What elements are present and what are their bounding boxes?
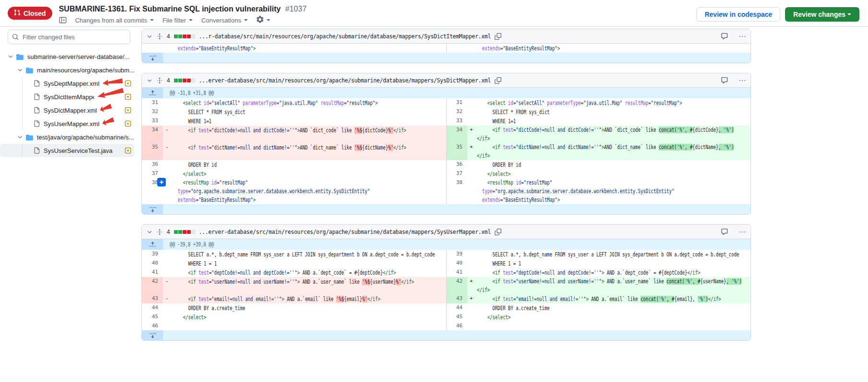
kebab-menu-icon[interactable]: ⋯: [739, 228, 746, 235]
changes-from-dropdown[interactable]: Changes from all commits: [75, 17, 154, 24]
code-line: extends="BaseEntityResultMap">: [477, 44, 560, 53]
chevron-down-icon[interactable]: [17, 67, 23, 73]
line-number-old[interactable]: 42: [142, 277, 163, 294]
tree-file-sysusermapper-xml[interactable]: SysUserMapper.xml: [0, 117, 134, 130]
code-cell: <select id="selectAll" parameterType="ja…: [173, 98, 446, 107]
toggle-file-tree-icon[interactable]: [59, 16, 67, 24]
tree-folder-main-resources-org-apache-subm-[interactable]: main/resources/org/apache/subm...: [0, 63, 134, 77]
line-marker-new: [467, 322, 477, 330]
copy-path-icon[interactable]: [495, 77, 501, 84]
file-modified-icon: [125, 80, 131, 87]
hunk-text: @@ -39,8 +39,8 @@: [170, 240, 214, 249]
line-number-old[interactable]: 46: [142, 322, 163, 330]
chevron-down-icon[interactable]: [8, 54, 13, 59]
comment-icon[interactable]: [721, 77, 728, 84]
tree-file-sysdictitemmapper-xml[interactable]: SysDictItemMapper.xml: [0, 90, 134, 104]
line-number-old[interactable]: 32: [142, 107, 163, 116]
kebab-menu-icon[interactable]: ⋯: [739, 33, 746, 40]
expand-down-button[interactable]: [142, 53, 163, 63]
line-number-new[interactable]: 36: [446, 160, 467, 169]
tree-item-label: test/java/org/apache/submarine/s...: [37, 134, 134, 141]
file-icon: [34, 120, 40, 127]
tree-item-label: submarine-server/server-database/...: [27, 53, 129, 60]
line-number-old[interactable]: 34: [142, 126, 163, 143]
tree-file-sysdictmapper-xml[interactable]: SysDictMapper.xml: [0, 104, 134, 117]
drag-handle-icon[interactable]: [156, 33, 163, 40]
line-number-new[interactable]: 44: [446, 303, 467, 313]
gear-icon: [256, 16, 264, 24]
copy-path-icon[interactable]: [495, 229, 501, 235]
collapse-file-chevron-icon[interactable]: [147, 34, 152, 39]
conversations-dropdown[interactable]: Conversations: [201, 17, 248, 24]
chevron-down-icon[interactable]: [17, 134, 23, 140]
collapse-file-chevron-icon[interactable]: [147, 78, 152, 83]
diffstat-square-del: [183, 230, 186, 234]
pr-title: SUBMARINE-1361. Fix Submarine SQL inject…: [59, 5, 281, 13]
line-number-old[interactable]: 37: [142, 169, 163, 178]
code-cell: <if test="userName!=null and userName!='…: [173, 277, 446, 294]
code-cell: extends="BaseEntityResultMap">: [477, 44, 751, 53]
expand-up-button[interactable]: [142, 239, 163, 250]
line-number-old[interactable]: 40: [142, 259, 163, 268]
review-changes-button[interactable]: Review changes: [785, 7, 859, 22]
pr-header: Closed SUBMARINE-1361. Fix Submarine SQL…: [0, 0, 868, 27]
line-number-new[interactable]: [446, 44, 467, 53]
pull-request-closed-icon: [14, 9, 21, 17]
tree-file-sysuserservicetest-java[interactable]: SysUserServiceTest.java: [0, 144, 134, 157]
line-marker-old: [163, 259, 173, 268]
code-cell: SELECT a.*, b.dept_name FROM sys_user a …: [477, 250, 751, 259]
line-number-old[interactable]: 31: [142, 98, 163, 107]
line-number-new[interactable]: 35: [446, 143, 467, 160]
line-number-old[interactable]: 45: [142, 313, 163, 322]
code-line: <if test="dictName!=null and dictName!='…: [477, 143, 734, 160]
add-comment-plus-button[interactable]: +: [157, 178, 166, 186]
expand-down-button[interactable]: [142, 204, 163, 214]
expand-diff-row: [142, 330, 751, 340]
file-filter-dropdown[interactable]: File filter: [162, 17, 193, 24]
line-number-new[interactable]: 39: [446, 250, 467, 259]
line-number-new[interactable]: 43: [446, 294, 467, 303]
expand-up-button[interactable]: [142, 88, 163, 98]
collapse-file-chevron-icon[interactable]: [147, 229, 152, 235]
line-number-old[interactable]: 44: [142, 303, 163, 313]
expand-down-button[interactable]: [142, 330, 163, 340]
line-number-new[interactable]: 40: [446, 259, 467, 268]
chevron-down-icon: [847, 13, 851, 17]
code-cell: SELECT * FROM sys_dict: [173, 107, 446, 116]
line-marker-new: [467, 44, 477, 53]
line-number-old[interactable]: 36: [142, 160, 163, 169]
line-number-new[interactable]: 33: [446, 116, 467, 126]
tree-folder-submarine-server-server-database-[interactable]: submarine-server/server-database/...: [0, 50, 134, 63]
line-number-old[interactable]: [142, 44, 163, 53]
tree-folder-test-java-org-apache-submarine-s-[interactable]: test/java/org/apache/submarine/s...: [0, 130, 134, 144]
header-actions: ⋯: [721, 77, 746, 84]
line-number-new[interactable]: 41: [446, 268, 467, 277]
diff-file-header: 4...r-database/src/main/resources/org/ap…: [142, 29, 751, 44]
drag-handle-icon[interactable]: [156, 77, 163, 84]
line-number-new[interactable]: 31: [446, 98, 467, 107]
comment-icon[interactable]: [721, 33, 728, 40]
review-in-codespace-button[interactable]: Review in codespace: [696, 7, 780, 22]
line-number-old[interactable]: 43: [142, 294, 163, 303]
line-number-old[interactable]: 35: [142, 143, 163, 160]
file-icon: [34, 107, 40, 114]
line-number-old[interactable]: 33: [142, 116, 163, 126]
filter-changed-files-input[interactable]: [8, 30, 130, 44]
drag-handle-icon[interactable]: [156, 229, 163, 235]
kebab-menu-icon[interactable]: ⋯: [739, 77, 746, 84]
line-number-new[interactable]: 32: [446, 107, 467, 116]
line-number-old[interactable]: 39: [142, 250, 163, 259]
line-number-new[interactable]: 45: [446, 313, 467, 322]
diff-settings-gear[interactable]: [256, 16, 270, 24]
diffstat-square-del: [187, 230, 191, 234]
comment-icon[interactable]: [721, 228, 728, 235]
copy-path-icon[interactable]: [495, 33, 501, 40]
line-number-new[interactable]: 46: [446, 322, 467, 330]
code-line: SELECT * FROM sys_dict: [173, 108, 245, 116]
line-number-new[interactable]: 42: [446, 277, 467, 294]
line-number-new[interactable]: 37: [446, 169, 467, 178]
line-number-new[interactable]: 38: [446, 178, 467, 204]
line-number-new[interactable]: 34: [446, 126, 467, 143]
diff-body: extends="BaseEntityResultMap"> extends="…: [142, 44, 751, 63]
line-number-old[interactable]: 41: [142, 268, 163, 277]
